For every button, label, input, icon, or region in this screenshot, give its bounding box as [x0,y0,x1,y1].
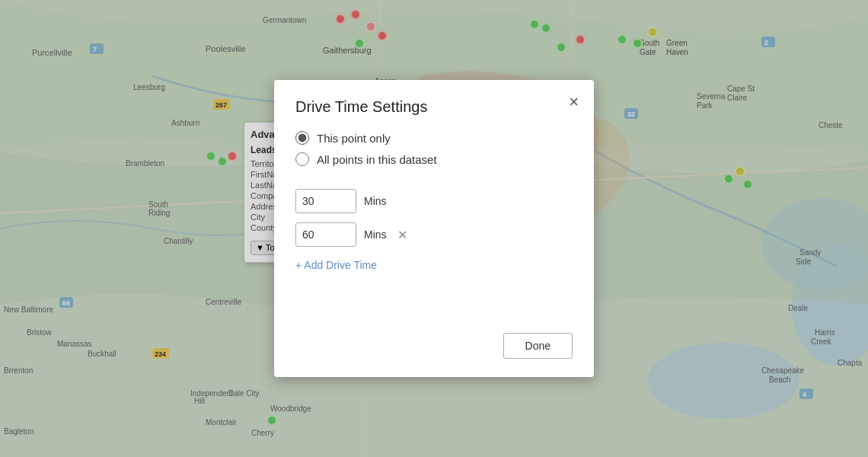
modal-dialog: Drive Time Settings × This point only Al… [274,80,594,377]
radio-this-point-label: This point only [317,132,391,145]
drive-time-input-2[interactable] [295,222,356,247]
radio-all-points-label: All points in this dataset [317,153,437,166]
modal-footer: Done [295,318,573,359]
drive-time-row-2: Mins ✕ [295,222,573,247]
mins-label-2: Mins [364,228,387,241]
add-drive-time-button[interactable]: + Add Drive Time [295,259,573,271]
remove-drive-time-button[interactable]: ✕ [394,228,410,242]
radio-group: This point only All points in this datas… [295,131,573,174]
radio-this-point[interactable] [295,131,309,145]
drive-time-row-1: Mins [295,189,573,213]
radio-option-all-points[interactable]: All points in this dataset [295,152,573,166]
modal-title: Drive Time Settings [295,98,573,116]
done-button[interactable]: Done [503,333,573,359]
radio-all-points[interactable] [295,152,309,166]
modal-overlay: Drive Time Settings × This point only Al… [0,0,868,457]
close-button[interactable]: × [569,94,579,110]
mins-label-1: Mins [364,195,387,207]
radio-option-this-point[interactable]: This point only [295,131,573,145]
drive-time-input-1[interactable] [295,189,356,213]
